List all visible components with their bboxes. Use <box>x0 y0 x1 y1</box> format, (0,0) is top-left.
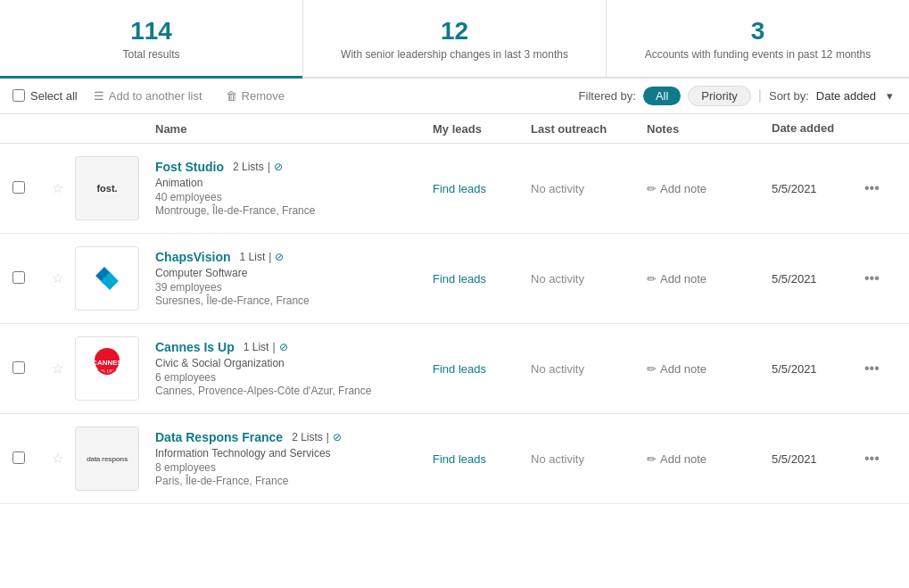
notes-cell[interactable]: ✏ Add note <box>647 272 772 286</box>
add-note-button[interactable]: ✏ Add note <box>647 452 707 466</box>
list-count: 1 List <box>244 341 269 353</box>
row-checkbox-cell[interactable] <box>12 451 48 467</box>
notes-cell[interactable]: ✏ Add note <box>647 362 772 376</box>
add-note-button[interactable]: ✏ Add note <box>647 182 707 195</box>
separator: | <box>326 431 329 443</box>
chevron-down-icon: ▾ <box>887 89 893 103</box>
date-value: 5/5/2021 <box>772 362 817 376</box>
verified-icon: ⊘ <box>279 341 288 353</box>
more-options-button[interactable]: ••• <box>861 269 883 288</box>
company-logo: fost. <box>75 156 139 220</box>
sort-dropdown-button[interactable]: ▾ <box>883 87 897 104</box>
date-added-cell: 5/5/2021 <box>772 362 861 376</box>
add-note-button[interactable]: ✏ Add note <box>647 272 707 286</box>
toolbar: Select all ☰ Add to another list 🗑 Remov… <box>0 79 909 114</box>
last-outreach-cell: No activity <box>531 182 647 195</box>
more-options-button[interactable]: ••• <box>861 359 883 378</box>
filter-all-pill[interactable]: All <box>643 87 681 105</box>
divider: | <box>758 87 762 104</box>
my-leads-cell[interactable]: Find leads <box>433 182 531 195</box>
stat-total[interactable]: 114 Total results <box>0 0 303 77</box>
company-name-link[interactable]: Cannes Is Up <box>155 340 235 354</box>
row-checkbox[interactable] <box>12 181 25 194</box>
separator: | <box>269 251 271 263</box>
my-leads-cell[interactable]: Find leads <box>433 452 531 466</box>
select-all-checkbox[interactable] <box>12 89 25 102</box>
row-checkbox-cell[interactable] <box>12 361 48 377</box>
company-info: Fost Studio 2 Lists | ⊘ Animation 40 emp… <box>155 160 433 217</box>
pencil-icon: ✏ <box>647 452 657 466</box>
pencil-icon: ✏ <box>647 362 657 376</box>
star-button[interactable]: ☆ <box>48 178 67 198</box>
remove-button[interactable]: 🗑 Remove <box>219 86 292 106</box>
my-leads-cell[interactable]: Find leads <box>433 272 531 286</box>
more-actions-cell[interactable]: ••• <box>861 269 897 288</box>
list-count: 1 List <box>240 251 266 263</box>
company-location: Montrouge, Île-de-France, France <box>155 204 433 217</box>
row-star-cell[interactable]: ☆ <box>48 359 75 378</box>
toolbar-left: Select all ☰ Add to another list 🗑 Remov… <box>12 86 570 106</box>
company-industry: Animation <box>155 177 433 189</box>
date-added-cell: 5/5/2021 <box>772 272 861 286</box>
more-options-button[interactable]: ••• <box>861 449 883 468</box>
company-logo: CANNES IS UP <box>75 336 139 401</box>
add-note-label: Add note <box>660 182 707 195</box>
my-leads-cell[interactable]: Find leads <box>433 362 531 376</box>
row-checkbox-cell[interactable] <box>12 181 48 196</box>
date-added-cell: 5/5/2021 <box>772 452 861 466</box>
star-button[interactable]: ☆ <box>48 269 67 288</box>
add-note-label: Add note <box>660 272 707 286</box>
list-count: 2 Lists <box>292 431 323 443</box>
find-leads-button[interactable]: Find leads <box>433 182 486 195</box>
select-all-label[interactable]: Select all <box>12 89 78 103</box>
last-outreach-cell: No activity <box>531 452 647 466</box>
svg-text:CANNES: CANNES <box>92 359 122 367</box>
table-header: Name My leads Last outreach Notes Date a… <box>0 114 909 145</box>
row-checkbox[interactable] <box>12 361 25 374</box>
row-checkbox[interactable] <box>12 271 25 284</box>
notes-cell[interactable]: ✏ Add note <box>647 182 772 195</box>
company-lists-tag: 1 List | ⊘ <box>244 341 288 353</box>
company-employees: 39 employees <box>155 281 433 294</box>
sort-by-label: Sort by: <box>769 89 809 103</box>
stat-leadership-label: With senior leadership changes in last 3… <box>321 48 588 61</box>
row-checkbox-cell[interactable] <box>12 271 48 286</box>
company-name-link[interactable]: Data Respons France <box>155 430 283 444</box>
stat-funding-number: 3 <box>624 16 891 46</box>
add-to-list-button[interactable]: ☰ Add to another list <box>87 86 210 106</box>
star-button[interactable]: ☆ <box>48 359 67 378</box>
company-name-link[interactable]: ChapsVision <box>155 250 231 264</box>
add-note-button[interactable]: ✏ Add note <box>647 362 707 376</box>
header-notes: Notes <box>647 122 772 136</box>
find-leads-button[interactable]: Find leads <box>433 452 486 466</box>
stat-leadership[interactable]: 12 With senior leadership changes in las… <box>303 0 607 77</box>
trash-icon: 🗑 <box>226 89 237 103</box>
more-options-button[interactable]: ••• <box>861 178 883 198</box>
no-activity-text: No activity <box>531 452 584 466</box>
find-leads-button[interactable]: Find leads <box>433 272 486 286</box>
company-name-link[interactable]: Fost Studio <box>155 160 224 174</box>
no-activity-text: No activity <box>531 272 584 286</box>
row-star-cell[interactable]: ☆ <box>48 449 75 468</box>
find-leads-button[interactable]: Find leads <box>433 362 486 376</box>
more-actions-cell[interactable]: ••• <box>861 359 897 378</box>
star-button[interactable]: ☆ <box>48 449 67 468</box>
header-name: Name <box>155 122 433 136</box>
pencil-icon: ✏ <box>647 272 657 286</box>
date-value: 5/5/2021 <box>772 182 817 195</box>
row-star-cell[interactable]: ☆ <box>48 178 75 198</box>
notes-cell[interactable]: ✏ Add note <box>647 452 772 466</box>
verified-icon: ⊘ <box>275 251 284 263</box>
filter-priority-pill[interactable]: Priority <box>688 86 750 106</box>
last-outreach-cell: No activity <box>531 272 647 286</box>
stat-funding[interactable]: 3 Accounts with funding events in past 1… <box>607 0 909 77</box>
table-row: ☆ CANNES IS UP Cannes Is Up 1 List | ⊘ C… <box>0 324 909 414</box>
more-actions-cell[interactable]: ••• <box>861 178 897 198</box>
table-row: ☆ fost. Fost Studio 2 Lists | ⊘ Animatio… <box>0 144 909 234</box>
separator: | <box>268 161 270 173</box>
pencil-icon: ✏ <box>647 182 657 195</box>
row-checkbox[interactable] <box>12 451 25 464</box>
company-lists-tag: 2 Lists | ⊘ <box>292 431 342 443</box>
more-actions-cell[interactable]: ••• <box>861 449 897 468</box>
row-star-cell[interactable]: ☆ <box>48 269 75 288</box>
